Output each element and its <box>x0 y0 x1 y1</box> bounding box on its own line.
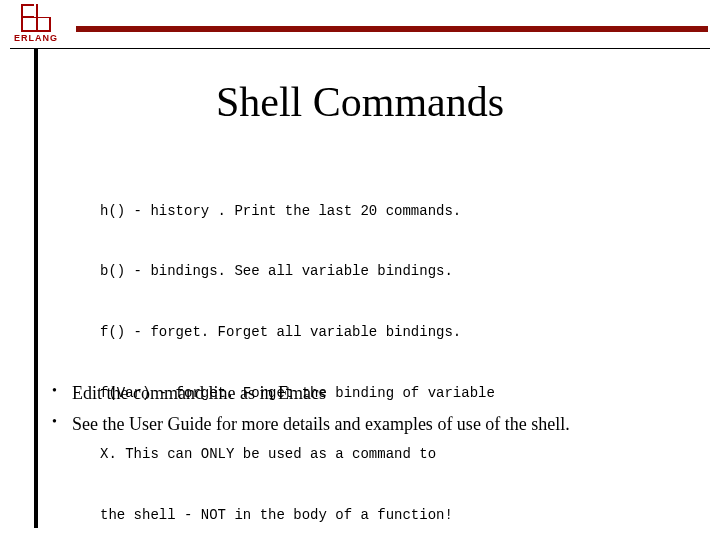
bullet-item: See the User Guide for more details and … <box>48 411 688 438</box>
slide-title: Shell Commands <box>0 78 720 126</box>
erlang-logo-text: ERLANG <box>14 33 58 43</box>
divider-horizontal <box>10 48 710 49</box>
code-line: h() - history . Print the last 20 comman… <box>100 201 640 221</box>
code-line: X. This can ONLY be used as a command to <box>100 444 640 464</box>
code-line: b() - bindings. See all variable binding… <box>100 261 640 281</box>
erlang-logo-icon <box>21 4 51 32</box>
code-line: f() - forget. Forget all variable bindin… <box>100 322 640 342</box>
code-block: h() - history . Print the last 20 comman… <box>100 160 640 540</box>
top-bar <box>12 8 708 44</box>
code-line: the shell - NOT in the body of a functio… <box>100 505 640 525</box>
header-rule <box>76 26 708 32</box>
bullet-list: Edit the command line as in Emacs See th… <box>48 380 688 442</box>
slide: ERLANG Shell Commands h() - history . Pr… <box>0 0 720 540</box>
erlang-logo: ERLANG <box>8 4 64 44</box>
bullet-item: Edit the command line as in Emacs <box>48 380 688 407</box>
